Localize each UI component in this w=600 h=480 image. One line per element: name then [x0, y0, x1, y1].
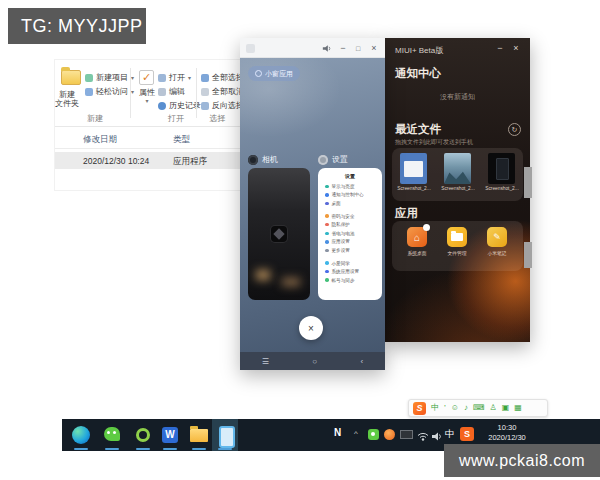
caret-down-icon: ▾: [188, 74, 191, 81]
app-file-manager[interactable]: 文件管理: [440, 227, 474, 256]
new-folder-button[interactable]: 新建 文件夹: [55, 90, 89, 108]
minimize-button[interactable]: −: [494, 43, 506, 53]
ime-indicator[interactable]: 中: [445, 428, 455, 441]
file-row[interactable]: 2020/12/30 10:24 应用程序: [55, 152, 240, 169]
network-icon[interactable]: [417, 428, 429, 439]
file-thumbnail[interactable]: [488, 153, 515, 184]
wps-taskbar-icon[interactable]: W: [162, 427, 178, 443]
home-glyph: ⌂: [414, 232, 420, 243]
settings-item[interactable]: 显示与亮度: [318, 182, 382, 191]
settings-item[interactable]: 桌面: [318, 199, 382, 208]
running-indicator: [163, 448, 177, 450]
ime-mode-icon[interactable]: 中: [431, 400, 439, 416]
column-header-date-modified[interactable]: 修改日期: [83, 134, 117, 146]
home-nav-button[interactable]: ○: [312, 357, 317, 366]
wechat-taskbar-icon[interactable]: [104, 427, 120, 441]
camera-card-header[interactable]: 相机: [248, 154, 278, 165]
settings-item-label: 桌面: [332, 201, 341, 206]
invert-selection-button[interactable]: 反向选择: [201, 100, 240, 111]
history-button[interactable]: 历史记录: [158, 100, 201, 111]
settings-item[interactable]: 小爱同学: [318, 259, 382, 268]
sogou-tray-icon[interactable]: S: [460, 427, 474, 441]
select-all-button[interactable]: 全部选择: [201, 72, 240, 83]
select-none-button[interactable]: 全部取消: [201, 86, 240, 97]
properties-check-icon[interactable]: ✓: [139, 70, 154, 85]
settings-item-label: 帐号与同步: [332, 278, 355, 283]
recents-nav-button[interactable]: ☰: [262, 357, 269, 366]
settings-item[interactable]: 系统应用设置: [318, 267, 382, 276]
phone-mirror-taskbar-icon-active[interactable]: [212, 419, 238, 451]
back-nav-button[interactable]: ‹: [361, 357, 364, 366]
folder-glyph: [451, 233, 463, 241]
settings-recent-card[interactable]: 设置 显示与亮度 通知与控制中心 桌面 密码与安全 隐私保护 省电与电池 应用设…: [318, 168, 382, 300]
clear-all-recents-button[interactable]: ×: [299, 316, 323, 340]
edit-button[interactable]: 编辑: [158, 86, 185, 97]
open-button[interactable]: 打开 ▾: [158, 72, 191, 83]
new-item-label: 新建项目: [96, 72, 128, 83]
file-manager-icon: [447, 227, 467, 247]
toolbox-icon[interactable]: ▦: [514, 400, 522, 416]
maximize-button[interactable]: □: [350, 38, 366, 58]
mirror-titlebar[interactable]: − □ ×: [240, 38, 385, 58]
easy-access-button[interactable]: 轻松访问 ▾: [85, 86, 134, 97]
taskbar-clock[interactable]: 10:30 2020/12/30: [478, 423, 536, 443]
display-tray-icon[interactable]: [400, 430, 413, 439]
skin-icon[interactable]: ▣: [502, 400, 510, 416]
file-explorer-taskbar-icon[interactable]: [190, 429, 208, 442]
pencil-glyph: ✎: [493, 232, 501, 242]
new-item-button[interactable]: 新建项目 ▾: [85, 72, 134, 83]
miui-window-title: MIUI+ Beta版: [395, 45, 443, 56]
new-folder-label-line1: 新建: [55, 90, 89, 99]
volume-icon[interactable]: [431, 428, 443, 439]
voice-input-icon[interactable]: ♪: [464, 400, 468, 416]
wechat-tray-icon[interactable]: [368, 429, 379, 440]
show-hidden-icons-chevron[interactable]: ^: [354, 429, 358, 438]
settings-item[interactable]: 隐私保护: [318, 220, 382, 229]
keyboard-icon[interactable]: ⌨: [473, 400, 485, 416]
app-launcher[interactable]: ⌂ 系统桌面: [400, 227, 434, 256]
close-button[interactable]: ×: [510, 43, 522, 53]
column-header-type[interactable]: 类型: [173, 134, 190, 146]
invert-selection-icon: [201, 102, 209, 110]
sogou-ime-toolbar: S 中 ’ ☺ ♪ ⌨ ♙ ▣ ▦: [408, 399, 548, 417]
tg-contact-label: TG: MYYJJPP: [8, 8, 146, 44]
scrollbar-fragment: [524, 242, 532, 268]
blurred-light: [282, 278, 300, 286]
file-thumbnail[interactable]: [444, 153, 471, 184]
settings-item[interactable]: 通知与控制中心: [318, 191, 382, 200]
minimize-button[interactable]: −: [335, 38, 351, 58]
settings-item-label: 通知与控制中心: [332, 192, 364, 197]
account-icon[interactable]: ♙: [490, 400, 497, 416]
tray-n-icon[interactable]: N: [334, 427, 341, 438]
punctuation-icon[interactable]: ’: [444, 400, 446, 416]
settings-item[interactable]: 应用设置: [318, 238, 382, 247]
settings-card-header[interactable]: 设置: [318, 154, 348, 165]
settings-item[interactable]: 密码与安全: [318, 212, 382, 221]
app-badge: [423, 224, 430, 231]
camera-recent-card[interactable]: [248, 168, 310, 300]
new-folder-icon[interactable]: [61, 70, 81, 85]
app-notes[interactable]: ✎ 小米笔记: [480, 227, 514, 256]
green-ring-taskbar-icon[interactable]: [136, 428, 150, 442]
speaker-icon[interactable]: [319, 38, 335, 58]
camera-preview-logo: [271, 226, 287, 242]
edge-taskbar-icon[interactable]: [72, 426, 90, 444]
properties-button[interactable]: 属性 ▾: [133, 88, 161, 106]
sogou-logo-icon[interactable]: S: [413, 402, 426, 415]
settings-item[interactable]: 更多设置: [318, 246, 382, 255]
refresh-button[interactable]: ↻: [508, 123, 521, 136]
emoji-icon[interactable]: ☺: [451, 400, 459, 416]
settings-item[interactable]: 省电与电池: [318, 229, 382, 238]
properties-label: 属性: [139, 88, 155, 97]
running-indicator: [136, 448, 150, 450]
settings-item-icon: [325, 240, 329, 244]
small-window-apps-button[interactable]: 小窗应用: [248, 66, 300, 81]
desktop-screenshot: TG: MYYJJPP 新建 文件夹 新建项目 ▾ 轻松访问 ▾ 新建 ✓ 属性…: [0, 0, 600, 480]
app-label: 小米笔记: [487, 250, 506, 256]
flame-tray-icon[interactable]: [384, 429, 395, 440]
file-thumbnail[interactable]: [400, 153, 427, 184]
settings-item[interactable]: 帐号与同步: [318, 276, 382, 285]
miui-plus-window: MIUI+ Beta版 − × 通知中心 没有新通知 最近文件 拖拽文件到此即可…: [385, 38, 530, 342]
close-button[interactable]: ×: [366, 38, 382, 58]
clock-time: 10:30: [478, 423, 536, 433]
